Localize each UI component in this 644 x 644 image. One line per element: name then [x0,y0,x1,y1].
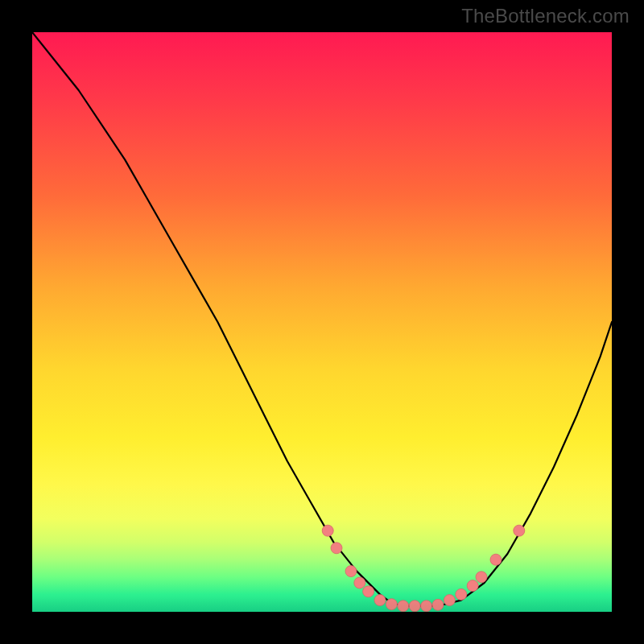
data-marker [363,586,374,597]
data-marker [345,566,357,577]
bottleneck-curve [32,32,612,606]
data-marker [398,601,409,612]
data-marker [476,572,487,583]
data-marker [421,601,432,612]
data-marker [432,599,444,610]
chart-svg [32,32,612,612]
chart-frame: TheBottleneck.com [0,0,644,644]
data-marker [514,525,525,536]
data-marker [409,601,420,612]
data-marker [467,580,478,592]
watermark-text: TheBottleneck.com [461,5,630,27]
data-marker [331,543,342,554]
data-marker [444,595,455,606]
data-marker [456,588,467,600]
marker-group [322,525,525,612]
data-marker [386,599,397,610]
data-marker [322,525,333,536]
plot-area [32,32,612,612]
data-marker [354,577,365,588]
data-marker [490,554,502,565]
data-marker [374,595,386,606]
